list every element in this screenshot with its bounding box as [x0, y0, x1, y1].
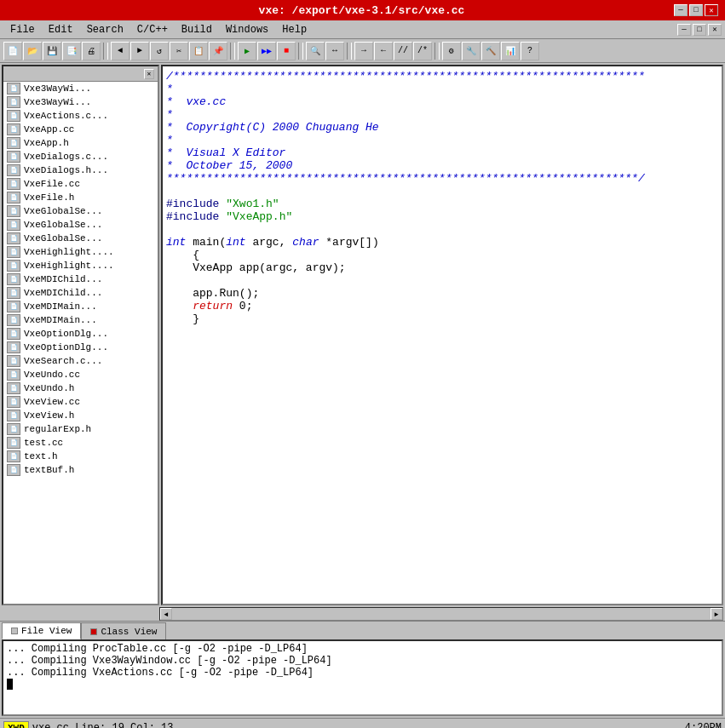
menu-windows[interactable]: Windows — [219, 22, 275, 37]
list-item[interactable]: 📄VxeApp.h — [3, 136, 158, 150]
file-list[interactable]: 📄Vxe3WayWi...📄Vxe3WayWi...📄VxeActions.c.… — [3, 82, 158, 604]
code-line-16: VxeApp app(argc, argv); — [166, 261, 718, 274]
new-button[interactable]: 📄 — [3, 42, 22, 60]
toolbar: 📄 📂 💾 📑 🖨 ◄ ► ↺ ✂ 📋 📌 ▶ ▶▶ ■ 🔍 ↔ → ← // … — [0, 39, 725, 63]
file-icon: 📄 — [7, 246, 20, 258]
file-name: VxeGlobalSe... — [24, 233, 102, 244]
maximize-button[interactable]: □ — [689, 4, 703, 16]
copy-button[interactable]: 📋 — [189, 42, 208, 60]
menu-edit[interactable]: Edit — [42, 22, 80, 37]
file-name: VxeHighlight.... — [24, 261, 114, 271]
menu-build[interactable]: Build — [175, 22, 219, 37]
tools-button[interactable]: 🔨 — [481, 42, 500, 60]
list-item[interactable]: 📄VxeGlobalSe... — [3, 204, 158, 218]
code-line-15: { — [166, 249, 718, 261]
save-all-button[interactable]: 📑 — [62, 42, 81, 60]
back-button[interactable]: ◄ — [111, 42, 129, 60]
menu-search[interactable]: Search — [80, 22, 130, 37]
app-minimize-button[interactable]: ─ — [677, 24, 691, 36]
list-item[interactable]: 📄VxeGlobalSe... — [3, 218, 158, 232]
list-item[interactable]: 📄VxeUndo.h — [3, 381, 158, 395]
save-button[interactable]: 💾 — [43, 42, 61, 60]
list-item[interactable]: 📄Vxe3WayWi... — [3, 95, 158, 109]
comment-button[interactable]: // — [394, 42, 412, 60]
toolbar-separator-1 — [103, 43, 108, 60]
code-line-4: * — [166, 108, 718, 121]
menu-help[interactable]: Help — [275, 22, 314, 37]
list-item[interactable]: 📄VxeOptionDlg... — [3, 341, 158, 354]
list-item[interactable]: 📄Vxe3WayWi... — [3, 82, 158, 95]
list-item[interactable]: 📄VxeDialogs.c... — [3, 150, 158, 163]
list-item[interactable]: 📄VxeDialogs.h... — [3, 163, 158, 177]
list-item[interactable]: 📄text.h — [3, 450, 158, 463]
help-toolbar-button[interactable]: ? — [521, 42, 539, 60]
debug-button[interactable]: ▶▶ — [257, 42, 276, 60]
options-button[interactable]: 🔧 — [462, 42, 480, 60]
menu-cpp[interactable]: C/C++ — [130, 22, 175, 37]
cut-button[interactable]: ✂ — [170, 42, 188, 60]
print-button[interactable]: 🖨 — [82, 42, 101, 60]
output-line: ... Compiling VxeActions.cc [-g -O2 -pip… — [7, 667, 718, 679]
output-line: ... Compiling ProcTable.cc [-g -O2 -pipe… — [7, 643, 718, 655]
output-panel[interactable]: ... Compiling ProcTable.cc [-g -O2 -pipe… — [2, 639, 723, 716]
forward-button[interactable]: ► — [130, 42, 149, 60]
file-name: test.cc — [24, 438, 63, 448]
horizontal-scrollbar[interactable]: ◄ ► — [159, 607, 723, 621]
file-name: VxeApp.cc — [24, 124, 74, 135]
stop-button[interactable]: ■ — [277, 42, 296, 60]
list-item[interactable]: 📄VxeView.cc — [3, 395, 158, 409]
list-item[interactable]: 📄regularExp.h — [3, 422, 158, 436]
scroll-track[interactable] — [172, 608, 711, 620]
file-name: Vxe3WayWi... — [24, 97, 91, 107]
file-icon: 📄 — [7, 314, 20, 326]
list-item[interactable]: 📄VxeActions.c... — [3, 109, 158, 123]
file-name: regularExp.h — [24, 424, 91, 434]
list-item[interactable]: 📄VxeApp.cc — [3, 123, 158, 136]
app-maximize-button[interactable]: □ — [693, 24, 706, 36]
list-item[interactable]: 📄VxeMDIChild... — [3, 272, 158, 286]
tab-label-file: File View — [21, 626, 72, 636]
file-panel-close[interactable]: ✕ — [144, 69, 154, 79]
window-controls: ─ □ ✕ — [677, 24, 722, 36]
file-icon: 📄 — [7, 219, 20, 231]
settings-button[interactable]: ⚙ — [442, 42, 461, 60]
list-item[interactable]: 📄VxeMDIMain... — [3, 300, 158, 313]
uncomment-button[interactable]: /* — [413, 42, 432, 60]
list-item[interactable]: 📄VxeOptionDlg... — [3, 327, 158, 341]
scroll-left-button[interactable]: ◄ — [160, 608, 172, 620]
open-button[interactable]: 📂 — [23, 42, 42, 60]
list-item[interactable]: 📄VxeMDIMain... — [3, 313, 158, 327]
file-name: VxeOptionDlg... — [24, 342, 108, 353]
list-item[interactable]: 📄VxeFile.cc — [3, 177, 158, 191]
list-item[interactable]: 📄test.cc — [3, 436, 158, 450]
menu-file[interactable]: File — [3, 22, 42, 37]
file-icon: 📄 — [7, 205, 20, 217]
outdent-button[interactable]: ← — [374, 42, 393, 60]
list-item[interactable]: 📄VxeFile.h — [3, 191, 158, 204]
code-editor[interactable]: /***************************************… — [161, 65, 723, 605]
list-item[interactable]: 📄textBuf.h — [3, 463, 158, 477]
indent-button[interactable]: → — [354, 42, 373, 60]
search-button[interactable]: 🔍 — [306, 42, 325, 60]
list-item[interactable]: 📄VxeView.h — [3, 409, 158, 422]
list-item[interactable]: 📄VxeGlobalSe... — [3, 232, 158, 245]
app-close-button[interactable]: ✕ — [708, 24, 722, 36]
list-item[interactable]: 📄VxeHighlight.... — [3, 245, 158, 259]
list-item[interactable]: 📄VxeSearch.c... — [3, 354, 158, 368]
refresh-button[interactable]: ↺ — [150, 42, 169, 60]
replace-button[interactable]: ↔ — [325, 42, 344, 60]
tab-file-view[interactable]: File View — [2, 622, 81, 639]
tab-class-view[interactable]: Class View — [81, 622, 166, 639]
extra-button[interactable]: 📊 — [501, 42, 520, 60]
list-item[interactable]: 📄VxeHighlight.... — [3, 259, 158, 272]
list-item[interactable]: 📄VxeUndo.cc — [3, 368, 158, 381]
file-icon: 📄 — [7, 464, 20, 476]
close-button[interactable]: ✕ — [705, 4, 718, 16]
scroll-right-button[interactable]: ► — [711, 608, 722, 620]
run-button[interactable]: ▶ — [238, 42, 256, 60]
paste-button[interactable]: 📌 — [209, 42, 227, 60]
xwd-badge: XWD — [3, 721, 29, 729]
code-line-18: app.Run(); — [166, 287, 718, 300]
minimize-button[interactable]: ─ — [674, 4, 688, 16]
list-item[interactable]: 📄VxeMDIChild... — [3, 286, 158, 300]
